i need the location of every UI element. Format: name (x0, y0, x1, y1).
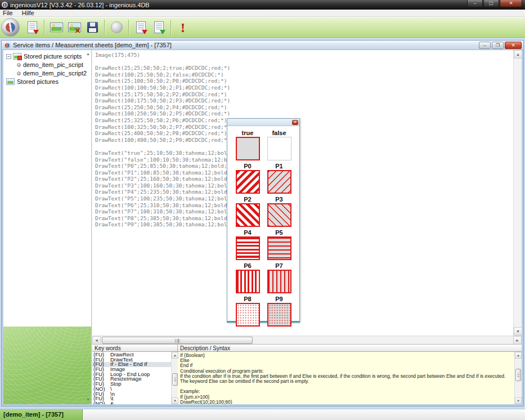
minimize-button[interactable]: – (467, 0, 483, 7)
pattern-cell: P3 (267, 195, 291, 227)
code-line: DrawText("P4";25;235;50;30;tahoma;12;bol… (95, 189, 513, 195)
code-line: DrawRect(25;100;50;50;2;P0;#DCDCDC;red;*… (95, 78, 513, 84)
sphere-disabled-button[interactable] (107, 19, 125, 37)
keyword-row[interactable]: (NO)& (92, 401, 171, 404)
tree-collapse-icon[interactable]: − (6, 54, 11, 59)
keyword-row[interactable]: (FU)If - Else - End If (92, 362, 171, 367)
description-line: Else (180, 358, 514, 363)
pattern-swatch (236, 170, 260, 194)
load-picture-icon (50, 23, 63, 32)
script-editor[interactable]: Image(175;475) DrawRect(25;25;50;50;2;tr… (92, 50, 513, 336)
load-picture-button[interactable] (47, 19, 65, 37)
keyword-row[interactable]: (FU)\n (92, 392, 171, 397)
pattern-label: false (267, 129, 291, 137)
editor-vertical-scrollbar[interactable]: ▲ ▼ (513, 50, 522, 336)
toolbar-separator (44, 20, 44, 35)
close-button[interactable]: ✕ (500, 0, 522, 7)
import-script-red-button[interactable] (132, 19, 150, 37)
scroll-up-icon[interactable]: ▲ (514, 50, 522, 59)
menu-item-file[interactable]: File (3, 10, 13, 16)
warning-button[interactable]: ! (174, 19, 192, 37)
code-line: DrawText("P0";25;85;50;30;tahoma;12;bold… (95, 163, 513, 169)
description-scrollbar[interactable]: ▲ ▼ (514, 352, 522, 404)
tree-item-label: demo_item_pic_script2 (23, 70, 87, 77)
save-button[interactable] (83, 19, 101, 37)
delete-picture-icon: ✕ (68, 23, 81, 32)
keyword-scrollbar[interactable]: ▲ ▼ (171, 352, 178, 404)
keyword-scroll-thumb[interactable] (172, 373, 178, 386)
pattern-cell: true (236, 129, 260, 160)
keyword-help-panel: Key words Description / Syntax (FU)DrawR… (92, 344, 522, 404)
description-scroll-thumb[interactable] (515, 369, 521, 381)
menu-item-hilfe[interactable]: Hilfe (22, 10, 34, 16)
bullet-icon (17, 63, 21, 67)
tree-item[interactable]: demo_item_pic_script2 (3, 69, 91, 77)
help-headers: Key words Description / Syntax (92, 345, 522, 352)
scroll-left-icon[interactable]: ◄ (92, 336, 101, 345)
code-line: DrawRect(100;100;50;50;2;P1;#DCDCDC;red;… (95, 84, 513, 91)
pattern-label: P7 (267, 262, 291, 270)
inner-window-title: Service items / Measurement sheets [demo… (13, 42, 172, 48)
import-script-red-icon (136, 21, 146, 33)
tree-item[interactable]: Stored pictures (3, 78, 91, 86)
pattern-cell: P4 (236, 229, 260, 260)
tree-item[interactable]: demo_item_pic_script (3, 61, 91, 69)
inner-window-icon (4, 42, 10, 48)
keyword-row[interactable]: (FU)ResizeImage (92, 377, 171, 382)
code-line (95, 59, 513, 65)
code-line: DrawRect(25;400;50;50;2;P8;#DCDCDC;red;*… (95, 130, 513, 137)
tree-scroll-up-icon[interactable]: ▲ (86, 52, 90, 56)
pattern-label: P9 (267, 295, 291, 303)
tree-item-label: Stored picture scripts (24, 53, 82, 60)
popup-titlebar[interactable]: ✕ (227, 119, 299, 126)
pattern-swatch (236, 203, 260, 227)
description-header[interactable]: Description / Syntax (178, 345, 232, 351)
code-line: DrawRect(100;25;50;50;2;false;#DCDCDC;*) (95, 72, 513, 78)
import-script-green-button[interactable] (150, 19, 168, 37)
pattern-cell: P9 (267, 295, 291, 327)
maximize-button[interactable]: ▢ (483, 0, 499, 7)
scroll-down-icon[interactable]: ▼ (515, 397, 522, 404)
keyword-name: Stop (106, 382, 122, 387)
scroll-up-icon[interactable]: ▲ (515, 352, 522, 359)
keyword-row[interactable]: (NO)\ (92, 387, 171, 392)
code-line: DrawRect(25;175;50;50;2;P2;#DCDCDC;red;*… (95, 91, 513, 98)
editor-horizontal-scrollbar[interactable]: ◄ ► (92, 336, 522, 344)
scroll-down-icon[interactable]: ▼ (514, 327, 522, 336)
pattern-label: true (236, 129, 260, 137)
app-logo-icon[interactable] (1, 18, 20, 37)
bullet-icon (17, 72, 21, 75)
pattern-cell: P6 (236, 262, 260, 293)
inner-minimize-button[interactable]: – (479, 42, 491, 49)
horizontal-scroll-thumb[interactable] (102, 337, 253, 344)
pattern-swatch (267, 170, 291, 194)
popup-close-icon[interactable]: ✕ (292, 120, 298, 125)
code-line: Image(175;475) (95, 52, 513, 59)
window-titlebar[interactable]: ingeniousV12 [V3.3.42 - 26.03.12] - inge… (0, 0, 525, 10)
description-line: If (Boolean) (180, 353, 514, 358)
scroll-right-icon[interactable]: ► (513, 336, 522, 345)
inner-restore-button[interactable]: ❐ (492, 42, 504, 49)
delete-picture-button[interactable]: ✕ (65, 19, 83, 37)
decorative-panel (3, 327, 91, 404)
scroll-up-icon[interactable]: ▲ (172, 352, 178, 359)
inner-close-button[interactable]: ✕ (505, 42, 522, 49)
scroll-down-icon[interactable]: ▼ (172, 397, 178, 404)
code-line: DrawRect(100;250;50;50;2;P5;#DCDCDC;red;… (95, 110, 513, 117)
code-line: DrawText("P3";100;160;50;30;tahoma;12;bo… (95, 182, 513, 189)
export-script-button[interactable] (23, 19, 41, 37)
tree-scroll-down-icon[interactable]: ▼ (86, 397, 90, 401)
status-item-label: [demo_item] - [7357] (0, 409, 83, 420)
pattern-label: P4 (236, 229, 260, 236)
description-line (180, 384, 514, 389)
pattern-cell: P0 (236, 162, 260, 194)
inner-window-titlebar[interactable]: Service items / Measurement sheets [demo… (2, 41, 523, 50)
description-panel: If (Boolean)ElseEnd IfConditional execut… (178, 352, 514, 404)
tree-item[interactable]: −Stored picture scripts (3, 52, 91, 60)
code-line: DrawRect(25;325;50;50;2;P6;#DCDCDC;red;*… (95, 117, 513, 124)
code-line: DrawText("P1";100;85;50;30;tahoma;12;bol… (95, 169, 513, 176)
keywords-header[interactable]: Key words (92, 345, 178, 351)
code-line (95, 143, 513, 150)
pattern-swatch (267, 303, 291, 327)
pic-script-icon (13, 53, 21, 60)
